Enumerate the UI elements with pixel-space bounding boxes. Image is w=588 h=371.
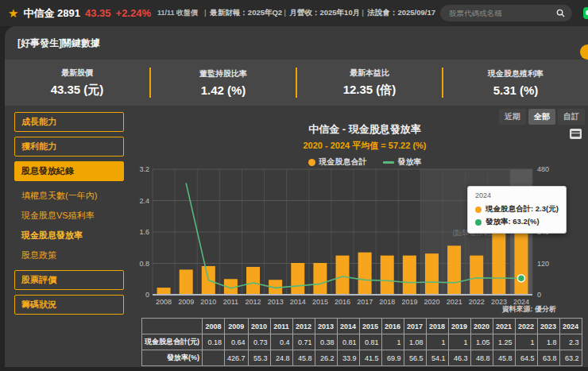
table-cell: 55.3 [248,350,270,366]
sidebar-sub-item[interactable]: 現金股息VS殖利率 [14,206,124,226]
table-year-header: 2023 [537,319,559,334]
stats-bar: 最新股價43.35 (元)董監持股比率1.42 (%)最新本益比12.35 (倍… [5,60,588,106]
table-cell: 46.3 [448,350,470,366]
tooltip-rows: 現金股息合計: 2.3(元)發放率: 63.2(%) [475,204,559,227]
bar-2009[interactable] [180,269,193,295]
sidebar-item[interactable]: 股票評價 [14,270,124,290]
header-info-item: 月營收：2025年10月 [282,8,360,18]
table-header-row: 2008200920102011201220132014201520162017… [142,319,582,334]
y-axis-left-tick: 1.6 [130,229,149,236]
sidebar-item[interactable]: 獲利能力 [14,137,124,157]
x-axis-label: 2011 [219,298,242,306]
sidebar-sub-item[interactable]: 填權息天數(一年內) [14,186,124,206]
stat-card: 董監持股比率1.42 (%) [151,68,296,97]
table-cell: 0.81 [359,334,381,350]
stock-search-box[interactable] [440,5,572,21]
table-year-header: 2019 [448,319,470,334]
top-header: ★ 中信金 2891 43.35 +2.24% 11/11 收盤價 最新財報：2… [0,0,588,26]
y-axis-left-tick: 0 [130,292,149,299]
tooltip-row: 現金股息合計: 2.3(元) [475,204,559,214]
bar-2021[interactable] [447,245,461,295]
table-cell: 1 [515,334,537,350]
search-input[interactable] [447,8,556,18]
table-year-header: 2012 [292,319,315,334]
sidebar-item[interactable]: 成長能力 [14,112,124,132]
sidebar-item-active[interactable]: 股息發放紀錄 [14,161,124,181]
table-row: 現金股息合計(元)0.180.640.730.40.710.380.810.81… [142,334,582,350]
bar-2019[interactable] [403,256,416,295]
table-cell: 48.8 [470,350,493,366]
favorite-star-icon[interactable]: ★ [8,7,18,19]
legend-item[interactable]: 發放率 [383,157,422,168]
table-cell: 54.1 [426,350,448,366]
table-cell: 63.2 [559,350,582,366]
stock-price: 43.35 [85,7,111,19]
content-panel: [好事發生]關鍵數據 最新股價43.35 (元)董監持股比率1.42 (%)最新… [5,26,588,367]
x-axis-label: 2021 [443,298,466,306]
sidebar-sub-item[interactable]: 股息政策 [14,245,124,265]
bar-2014[interactable] [291,263,304,295]
x-axis-label: 2017 [354,298,376,306]
table-cell: 33.9 [337,350,359,366]
bar-2018[interactable] [381,256,394,295]
legend-item[interactable]: 現金股息合計 [308,157,367,168]
bar-2017[interactable] [358,253,372,295]
line-app-icon[interactable] [583,7,588,19]
table-year-header: 2014 [337,319,359,334]
x-axis-label: 2015 [309,298,331,306]
table-cell: 1.25 [493,334,515,350]
table-cell: 1 [381,334,404,350]
sidebar-item[interactable]: 籌碼狀況 [14,295,124,315]
bar-2012[interactable] [246,267,260,295]
stat-card: 現金股息殖利率5.31 (%) [443,68,588,97]
bar-2015[interactable] [313,263,327,295]
chart-menu-icon[interactable] [570,129,582,139]
y-axis-right-tick: 120 [537,261,561,268]
x-axis-label: 2020 [421,298,443,306]
search-icon[interactable] [556,9,565,17]
table-year-header: 2010 [248,319,270,334]
sidebar-nav: 成長能力獲利能力股息發放紀錄填權息天數(一年內)現金股息VS殖利率現金股息發放率… [14,112,124,319]
bar-2016[interactable] [336,256,350,295]
table-cell: 0.73 [248,334,270,350]
x-axis-label: 2009 [175,298,197,306]
range-button-group: 近期全部自訂 [499,109,585,125]
bar-2023[interactable] [492,224,505,295]
table-cell: 426.7 [225,350,249,366]
table-cell: 1 [426,334,448,350]
table-cell: 1.8 [537,334,559,350]
stat-value: 5.31 (%) [443,83,588,97]
table-cell: 1.05 [470,334,493,350]
sidebar-sub-item[interactable]: 現金股息發放率 [14,226,124,245]
stat-value: 43.35 (元) [5,83,149,98]
table-cell: 0.81 [337,334,359,350]
table-cell: 26.2 [315,350,337,366]
range-button[interactable]: 近期 [499,109,526,125]
hover-marker[interactable] [517,275,524,282]
y-axis-left-tick: 3.2 [130,166,149,173]
stat-card: 最新股價43.35 (元) [5,68,149,98]
bar-2008[interactable] [157,288,171,295]
stat-card: 最新本益比12.35 (倍) [297,68,442,98]
table-cell: 0.38 [315,334,337,350]
sidebar-sub-list: 填權息天數(一年內)現金股息VS殖利率現金股息發放率股息政策 [14,186,124,265]
table-cell: 41.5 [359,350,381,366]
stat-label: 最新本益比 [297,68,442,79]
range-button[interactable]: 自訂 [558,109,585,125]
range-button[interactable]: 全部 [528,109,555,125]
floating-action-button[interactable] [580,44,588,60]
table-year-header: 2020 [470,319,493,334]
x-axis-label: 2012 [242,298,265,306]
table-cell: 2.3 [559,334,582,350]
bar-2020[interactable] [425,253,439,295]
chart-region: 近期全部自訂 中信金 - 現金股息發放率 2020 - 2024 平均值 = 5… [141,107,588,315]
bar-2022[interactable] [470,256,483,295]
table-year-header: 2021 [493,319,515,334]
table-cell: 24.8 [270,350,292,366]
header-info-item: 最新財報：2025年Q2 [203,8,282,18]
stock-name-code: 中信金 2891 [23,6,80,21]
x-axis-label: 2014 [287,298,309,306]
table-cell: 0.71 [292,334,315,350]
x-axis-label: 2018 [376,298,398,306]
x-axis-label: 2022 [466,298,488,306]
